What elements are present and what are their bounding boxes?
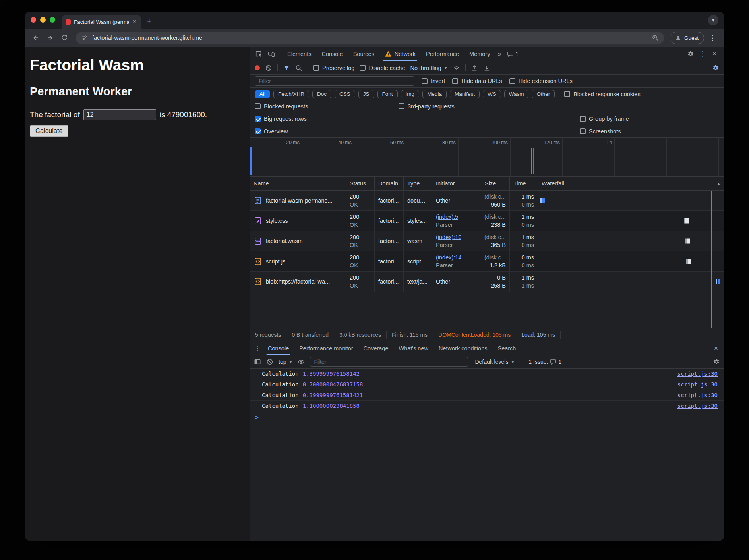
column-header-name[interactable]: Name xyxy=(250,177,346,190)
devtools-menu-button[interactable]: ⋮ xyxy=(697,50,708,58)
drawer-tab-what-s-new[interactable]: What's new xyxy=(393,341,434,355)
throttling-dropdown[interactable]: No throttling ▼ xyxy=(410,65,447,71)
live-expression-icon[interactable] xyxy=(298,358,305,365)
clear-network-log-icon[interactable] xyxy=(265,64,272,71)
drawer-menu-button[interactable]: ⋮ xyxy=(252,341,263,355)
import-har-icon[interactable] xyxy=(471,64,478,71)
network-settings-icon[interactable] xyxy=(712,64,719,71)
filter-chip-other[interactable]: Other xyxy=(532,90,555,98)
console-sidebar-icon[interactable] xyxy=(254,358,261,365)
big-request-rows-checkbox[interactable]: Big request rows xyxy=(255,116,580,122)
zoom-icon[interactable] xyxy=(652,34,659,41)
back-button[interactable] xyxy=(30,32,42,44)
calculate-button[interactable]: Calculate xyxy=(30,125,68,137)
clear-console-icon[interactable] xyxy=(266,358,273,365)
drawer-tab-network-conditions[interactable]: Network conditions xyxy=(434,341,493,355)
filter-chip-fetchxhr[interactable]: Fetch/XHR xyxy=(273,90,309,98)
issues-counter[interactable]: 1 xyxy=(504,47,522,61)
filter-chip-wasm[interactable]: Wasm xyxy=(504,90,529,98)
devtools-close-button[interactable]: × xyxy=(709,50,720,58)
column-header-size[interactable]: Size xyxy=(481,177,510,190)
minimize-window-button[interactable] xyxy=(40,17,46,23)
log-levels-dropdown[interactable]: Default levels ▼ xyxy=(475,359,515,365)
console-source-link[interactable]: script.js:30 xyxy=(677,392,718,398)
maximize-window-button[interactable] xyxy=(50,17,55,23)
console-prompt[interactable]: > xyxy=(250,411,724,423)
devtools-tab-memory[interactable]: Memory xyxy=(464,47,495,61)
console-settings-icon[interactable] xyxy=(713,358,720,365)
filter-chip-css[interactable]: CSS xyxy=(335,90,355,98)
devtools-tab-elements[interactable]: Elements xyxy=(282,47,316,61)
filter-chip-img[interactable]: Img xyxy=(401,90,420,98)
drawer-close-button[interactable]: × xyxy=(710,341,722,355)
address-bar[interactable]: factorial-wasm-permanent-worker.glitch.m… xyxy=(76,32,664,44)
tab-close-icon[interactable]: × xyxy=(132,18,137,25)
hide-data-urls-checkbox[interactable]: Hide data URLs xyxy=(452,78,502,84)
hide-extension-urls-checkbox[interactable]: Hide extension URLs xyxy=(509,78,573,84)
network-request-row[interactable]: WAfactorial.wasm200OKfactori...wasm(inde… xyxy=(250,231,724,251)
console-source-link[interactable]: script.js:30 xyxy=(677,403,718,409)
column-header-domain[interactable]: Domain xyxy=(375,177,404,190)
devtools-tab-performance[interactable]: Performance xyxy=(421,47,464,61)
factorial-input[interactable] xyxy=(83,109,156,120)
column-header-type[interactable]: Type xyxy=(404,177,432,190)
drawer-tab-performance-monitor[interactable]: Performance monitor xyxy=(294,341,358,355)
network-request-row[interactable]: style.css200OKfactori...styles...(index)… xyxy=(250,211,724,231)
forward-button[interactable] xyxy=(44,32,56,44)
initiator-link[interactable]: (index):5 xyxy=(436,214,458,220)
filter-chip-ws[interactable]: WS xyxy=(483,90,501,98)
filter-chip-js[interactable]: JS xyxy=(358,90,374,98)
url-text[interactable]: factorial-wasm-permanent-worker.glitch.m… xyxy=(92,35,648,41)
preserve-log-checkbox[interactable]: Preserve log xyxy=(313,65,354,71)
devtools-tab-sources[interactable]: Sources xyxy=(348,47,379,61)
column-header-time[interactable]: Time xyxy=(510,177,538,190)
group-by-frame-checkbox[interactable]: Group by frame xyxy=(580,116,629,122)
disable-cache-checkbox[interactable]: Disable cache xyxy=(360,65,405,71)
close-window-button[interactable] xyxy=(31,17,36,23)
overview-checkbox[interactable]: Overview xyxy=(255,128,580,135)
browser-menu-button[interactable]: ⋮ xyxy=(706,34,719,42)
browser-tab[interactable]: Factorial Wasm (permanent W × xyxy=(62,15,141,29)
profile-button[interactable]: Guest xyxy=(670,32,704,44)
column-header-waterfall[interactable]: Waterfall▲ xyxy=(538,177,724,190)
console-message[interactable]: Calculation1.100000023841858script.js:30 xyxy=(250,401,724,411)
column-header-status[interactable]: Status xyxy=(346,177,375,190)
record-network-log-button[interactable] xyxy=(255,65,260,70)
device-toolbar-button[interactable] xyxy=(265,47,278,61)
devtools-settings-button[interactable] xyxy=(685,50,696,58)
reload-button[interactable] xyxy=(58,32,70,44)
drawer-tab-search[interactable]: Search xyxy=(492,341,521,355)
blocked-requests-checkbox[interactable]: Blocked requests xyxy=(255,103,399,110)
devtools-tab-network[interactable]: Network xyxy=(379,47,421,61)
invert-checkbox[interactable]: Invert xyxy=(422,78,445,84)
overview-selection-handle[interactable] xyxy=(250,147,252,175)
site-settings-icon[interactable] xyxy=(81,34,88,41)
network-overview-timeline[interactable]: 20 ms40 ms60 ms80 ms100 ms120 ms14 xyxy=(250,138,724,177)
network-filter-input[interactable] xyxy=(255,76,414,86)
console-message[interactable]: Calculation0.3999999761581421script.js:3… xyxy=(250,390,724,401)
blocked-response-cookies-checkbox[interactable]: Blocked response cookies xyxy=(564,91,640,97)
filter-chip-manifest[interactable]: Manifest xyxy=(450,90,480,98)
network-request-row[interactable]: script.js200OKfactori...script(index):14… xyxy=(250,251,724,272)
export-har-icon[interactable] xyxy=(483,64,490,71)
console-message[interactable]: Calculation1.399999976158142script.js:30 xyxy=(250,369,724,379)
initiator-link[interactable]: (index):10 xyxy=(436,234,461,240)
new-tab-button[interactable]: + xyxy=(141,17,157,29)
network-conditions-icon[interactable] xyxy=(453,64,460,71)
console-filter-input[interactable] xyxy=(310,357,468,367)
console-source-link[interactable]: script.js:30 xyxy=(677,371,718,377)
console-message[interactable]: Calculation0.7000000476837158script.js:3… xyxy=(250,379,724,390)
third-party-requests-checkbox[interactable]: 3rd-party requests xyxy=(399,103,455,110)
tab-search-button[interactable]: ▾ xyxy=(708,15,718,25)
more-tabs-button[interactable]: » xyxy=(495,47,503,61)
drawer-tab-coverage[interactable]: Coverage xyxy=(358,341,394,355)
column-header-initiator[interactable]: Initiator xyxy=(432,177,481,190)
initiator-link[interactable]: (index):14 xyxy=(436,254,461,261)
filter-chip-doc[interactable]: Doc xyxy=(312,90,331,98)
execution-context-dropdown[interactable]: top ▼ xyxy=(279,359,292,365)
console-source-link[interactable]: script.js:30 xyxy=(677,381,718,388)
drawer-tab-console[interactable]: Console xyxy=(263,341,294,355)
filter-chip-media[interactable]: Media xyxy=(422,90,447,98)
screenshots-checkbox[interactable]: Screenshots xyxy=(580,128,621,135)
filter-chip-font[interactable]: Font xyxy=(377,90,398,98)
